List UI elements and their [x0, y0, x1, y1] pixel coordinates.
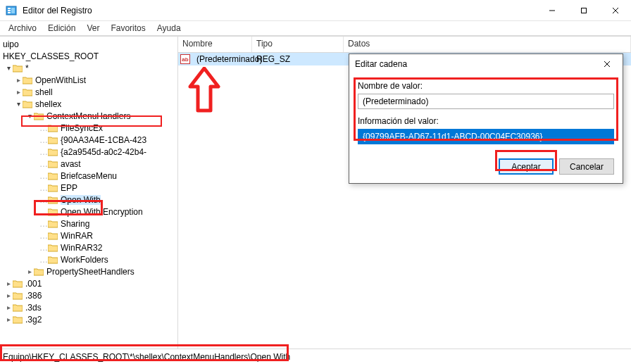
- tree-item[interactable]: ▸.3g2: [1, 313, 177, 325]
- close-button[interactable]: [599, 0, 631, 21]
- folder-icon: [13, 64, 23, 73]
- tree-line: …: [39, 207, 48, 217]
- tree-line: …: [39, 171, 48, 181]
- tree-openwithlist[interactable]: OpenWithList: [35, 75, 86, 85]
- ok-button[interactable]: Aceptar: [499, 158, 554, 175]
- folder-icon: [48, 160, 58, 168]
- col-data[interactable]: Datos: [344, 37, 631, 52]
- tree-contextmenuhandlers[interactable]: ContextMenuHandlers: [46, 111, 130, 121]
- tree-psh[interactable]: PropertySheetHandlers: [46, 267, 135, 277]
- folder-icon: [48, 124, 58, 132]
- folder-icon: [48, 172, 58, 180]
- string-value-icon: ab: [180, 54, 190, 64]
- folder-icon: [48, 184, 58, 192]
- value-data-label: Información del valor:: [358, 116, 614, 126]
- caret-icon[interactable]: ▾: [25, 112, 34, 120]
- tree-item-label: BriefcaseMenu: [61, 171, 117, 181]
- caret-icon[interactable]: ▾: [14, 100, 23, 108]
- folder-icon: [13, 303, 23, 312]
- tree-item-label: {a2a9545d-a0c2-42b4-: [61, 147, 146, 157]
- dialog-titlebar[interactable]: Editar cadena: [349, 54, 623, 74]
- tree-item[interactable]: ▸.001: [1, 277, 177, 289]
- tree-hkcr[interactable]: HKEY_CLASSES_ROOT: [3, 51, 99, 61]
- folder-icon: [48, 148, 58, 156]
- columns-header: Nombre Tipo Datos: [178, 37, 631, 53]
- tree-item[interactable]: ▸.386: [1, 289, 177, 301]
- tree-line: …: [39, 243, 48, 253]
- svg-rect-2: [8, 10, 11, 11]
- tree-line: …: [39, 147, 48, 157]
- folder-icon: [48, 208, 58, 216]
- caret-icon[interactable]: ▸: [4, 303, 13, 311]
- svg-rect-4: [11, 8, 15, 13]
- svg-rect-1: [8, 8, 11, 9]
- folder-icon: [23, 76, 32, 84]
- tree-item[interactable]: …{90AA3A4E-1CBA-423: [1, 134, 177, 146]
- tree-item[interactable]: …WinRAR: [1, 230, 177, 241]
- tree-item[interactable]: …avast: [1, 158, 177, 170]
- tree-item[interactable]: …Open With: [1, 194, 177, 206]
- caret-icon[interactable]: ▸: [4, 291, 13, 299]
- tree-item-label: WinRAR: [61, 231, 93, 241]
- tree-line: …: [39, 123, 48, 133]
- caret-icon[interactable]: ▸: [14, 88, 23, 96]
- tree-item-label: {90AA3A4E-1CBA-423: [61, 135, 146, 145]
- tree-line: …: [39, 231, 48, 241]
- caret-icon[interactable]: ▸: [4, 315, 13, 323]
- tree-pane[interactable]: uipo HKEY_CLASSES_ROOT ▾ * ▸ OpenWithLis…: [0, 37, 178, 349]
- col-type[interactable]: Tipo: [252, 37, 344, 52]
- folder-icon: [48, 196, 58, 204]
- minimize-button[interactable]: [536, 0, 568, 21]
- folder-icon: [13, 280, 23, 288]
- maximize-button[interactable]: [568, 0, 599, 21]
- tree-line: …: [39, 195, 48, 205]
- menu-view[interactable]: Ver: [81, 22, 105, 34]
- tree-shellex[interactable]: shellex: [35, 99, 61, 109]
- tree-item-label: FileSyncEx: [61, 123, 103, 133]
- tree-item[interactable]: …WinRAR32: [1, 241, 177, 253]
- caret-icon[interactable]: ▸: [25, 268, 34, 275]
- tree-item[interactable]: …Sharing: [1, 218, 177, 230]
- caret-icon[interactable]: ▸: [4, 280, 13, 287]
- tree-cutoff: uipo: [3, 39, 19, 49]
- value-name-field: [358, 94, 614, 109]
- tree-line: …: [39, 135, 48, 145]
- tree-shell[interactable]: shell: [35, 87, 53, 97]
- tree-item-label: Open With: [61, 195, 101, 205]
- tree-item-label: avast: [61, 159, 81, 169]
- folder-icon: [13, 315, 23, 324]
- svg-rect-6: [581, 8, 586, 13]
- tree-item-label: .386: [25, 291, 42, 301]
- caret-icon[interactable]: ▸: [14, 76, 23, 84]
- folder-icon: [13, 291, 23, 300]
- tree-item[interactable]: …FileSyncEx: [1, 122, 177, 134]
- tree-item[interactable]: …EPP: [1, 182, 177, 194]
- col-name[interactable]: Nombre: [178, 37, 252, 52]
- dialog-title: Editar cadena: [355, 59, 597, 69]
- tree-star[interactable]: *: [25, 63, 29, 73]
- status-bar: Equipo\HKEY_CLASSES_ROOT\*\shellex\Conte…: [0, 349, 631, 364]
- tree-item-label: .3g2: [25, 315, 42, 325]
- tree-item[interactable]: ▸.3ds: [1, 301, 177, 313]
- tree-item[interactable]: …WorkFolders: [1, 253, 177, 265]
- tree-line: …: [39, 219, 48, 229]
- folder-icon: [48, 244, 58, 252]
- caret-icon[interactable]: ▾: [4, 64, 13, 72]
- folder-icon: [48, 256, 58, 264]
- tree-line: …: [39, 255, 48, 265]
- menu-favorites[interactable]: Favoritos: [105, 22, 151, 34]
- dialog-close-button[interactable]: [597, 56, 617, 73]
- tree-line: …: [39, 159, 48, 169]
- value-data-field[interactable]: [358, 129, 614, 144]
- menu-file[interactable]: Archivo: [3, 22, 42, 34]
- tree-item[interactable]: …Open With Encryption: [1, 206, 177, 218]
- tree-item[interactable]: …{a2a9545d-a0c2-42b4-: [1, 146, 177, 158]
- menu-edit[interactable]: Edición: [42, 22, 81, 34]
- folder-icon: [48, 220, 58, 228]
- tree-item-label: .3ds: [25, 303, 42, 313]
- menu-help[interactable]: Ayuda: [151, 22, 187, 34]
- folder-icon: [48, 136, 58, 144]
- folder-icon: [23, 88, 32, 96]
- tree-item[interactable]: …BriefcaseMenu: [1, 170, 177, 182]
- cancel-button[interactable]: Cancelar: [559, 158, 614, 175]
